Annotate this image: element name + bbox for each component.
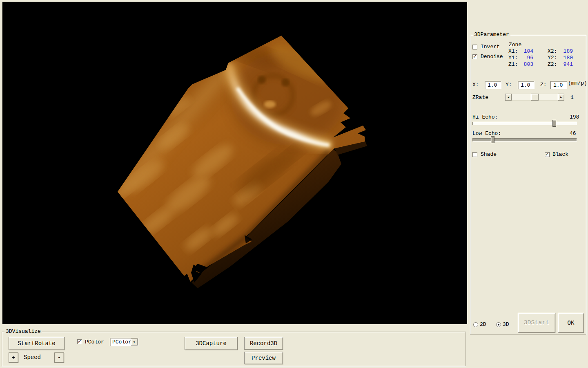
- checkmark-icon: ✓: [473, 54, 477, 59]
- start-rotate-button[interactable]: StartRotate: [9, 337, 65, 350]
- speed-minus-button[interactable]: -: [54, 352, 64, 363]
- zone-z1-value: 803: [517, 61, 533, 68]
- speed-label: Speed: [24, 354, 41, 361]
- zone-y2-label: Y2:: [548, 55, 557, 61]
- low-echo-slider[interactable]: [472, 136, 577, 143]
- zrate-label: ZRate: [472, 94, 488, 101]
- scale-x-label: X:: [472, 82, 479, 88]
- shade-label: Shade: [481, 151, 497, 158]
- ultrasound-3d-render: [2, 2, 468, 325]
- speed-plus-button[interactable]: +: [9, 352, 18, 363]
- radio-dot-icon: [498, 324, 499, 325]
- zrate-scrollbar[interactable]: ◄ ►: [505, 94, 564, 101]
- pcolor-dropdown[interactable]: PColor ▼: [110, 338, 138, 346]
- mode-2d-radio[interactable]: [473, 322, 478, 327]
- scale-unit-label: (mm/p): [568, 80, 587, 87]
- pcolor-dropdown-value: PColor: [112, 339, 131, 345]
- scale-z-label: Z:: [540, 82, 547, 88]
- chevron-down-icon: ▼: [133, 341, 135, 344]
- invert-label: Invert: [481, 44, 500, 50]
- shade-checkbox[interactable]: [472, 152, 477, 157]
- low-echo-thumb[interactable]: [491, 136, 494, 143]
- scroll-left-icon: ◄: [508, 96, 509, 99]
- param-panel-title: 3DParameter: [473, 31, 510, 38]
- low-echo-track[interactable]: [472, 138, 577, 141]
- zrate-value: 1: [570, 94, 574, 101]
- scale-z-input[interactable]: [550, 81, 567, 89]
- preview-button[interactable]: Preview: [244, 352, 283, 364]
- zone-z2-value: 941: [556, 61, 573, 68]
- denoise-label: Denoise: [481, 54, 503, 60]
- zone-x2-value: 189: [556, 48, 573, 55]
- app-window: 3DParameter Invert ✓ Denoise Zone X1: 10…: [0, 0, 588, 368]
- zone-z2-label: Z2:: [548, 61, 557, 68]
- scale-y-label: Y:: [506, 82, 512, 88]
- zone-y2-value: 180: [556, 55, 573, 61]
- scroll-right-icon: ►: [560, 96, 562, 99]
- scale-x-input[interactable]: [485, 81, 501, 89]
- hi-echo-thumb[interactable]: [552, 120, 556, 127]
- zone-x2-label: X2:: [548, 48, 557, 55]
- start3d-button: 3DStart: [518, 313, 555, 333]
- pcolor-dropdown-button[interactable]: ▼: [131, 339, 138, 346]
- mode-3d-label: 3D: [503, 321, 509, 328]
- record-button[interactable]: Record3D: [244, 337, 283, 350]
- zrate-scroll-right-button[interactable]: ►: [558, 94, 564, 101]
- param-panel: 3DParameter Invert ✓ Denoise Zone X1: 10…: [470, 35, 586, 335]
- black-label: Black: [552, 151, 568, 158]
- ok-button[interactable]: OK: [558, 313, 584, 333]
- mode-3d-radio[interactable]: [496, 322, 501, 327]
- invert-checkbox[interactable]: [472, 45, 477, 49]
- checkmark-icon: ✓: [545, 151, 549, 157]
- zrate-scroll-left-button[interactable]: ◄: [505, 94, 512, 101]
- checkmark-icon: ✓: [78, 339, 82, 344]
- hi-echo-slider[interactable]: [472, 120, 577, 127]
- zone-x1-value: 104: [517, 48, 533, 55]
- mode-2d-label: 2D: [480, 321, 486, 328]
- viz-panel: 3DVisualize StartRotate + Speed - ✓ PCol…: [2, 332, 466, 366]
- viz-panel-title: 3DVisualize: [4, 328, 42, 335]
- scale-y-input[interactable]: [518, 81, 535, 89]
- pcolor-label: PColor: [85, 339, 104, 346]
- render-viewport[interactable]: [2, 2, 467, 324]
- black-checkbox[interactable]: ✓: [545, 152, 550, 157]
- zrate-scroll-thumb[interactable]: [531, 94, 539, 101]
- pcolor-checkbox[interactable]: ✓: [77, 339, 82, 344]
- capture-button[interactable]: 3DCapture: [185, 337, 238, 350]
- zone-y1-value: 96: [517, 55, 533, 61]
- denoise-checkbox[interactable]: ✓: [472, 54, 477, 59]
- hi-echo-track[interactable]: [472, 122, 577, 125]
- zone-title: Zone: [509, 42, 521, 48]
